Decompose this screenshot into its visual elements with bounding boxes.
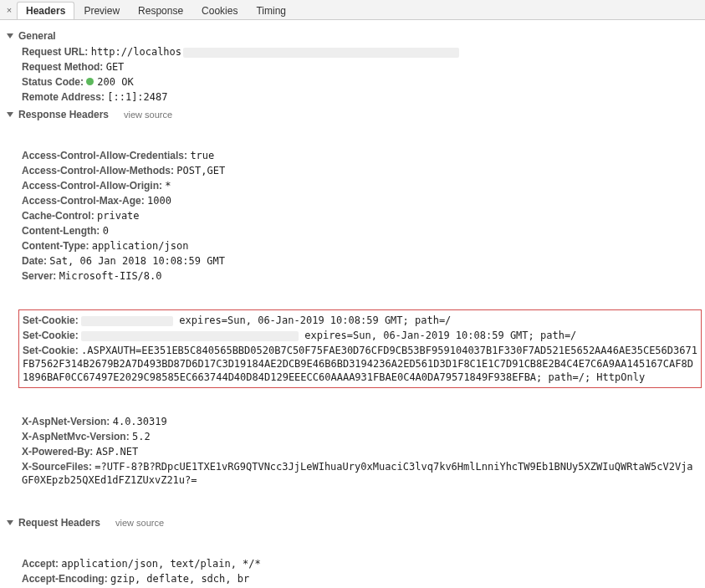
header-row: Set-Cookie: .ASPXAUTH=EE351EB5C840565BBD…	[23, 344, 697, 384]
status-dot-icon	[86, 78, 94, 85]
header-row: Remote Address: [::1]:2487	[22, 90, 698, 104]
header-row: Accept-Encoding: gzip, deflate, sdch, br	[22, 572, 698, 585]
header-value: *	[165, 180, 171, 192]
header-row: Cache-Control: private	[22, 209, 698, 222]
header-value: true	[190, 150, 214, 161]
header-value: private	[97, 210, 140, 222]
header-row: Content-Type: application/json	[22, 239, 698, 253]
header-row: Set-Cookie: . expires=Sun, 06-Jan-2019 1…	[23, 314, 697, 327]
header-key: Set-Cookie:	[23, 345, 81, 356]
header-key: Server:	[22, 270, 59, 282]
header-row: Date: Sat, 06 Jan 2018 10:08:59 GMT	[22, 254, 698, 268]
header-value: 4.0.30319	[113, 416, 167, 427]
header-key: Request URL:	[22, 46, 91, 58]
header-value: POST,GET	[176, 165, 225, 176]
header-row: Accept: application/json, text/plain, */…	[22, 557, 698, 570]
header-row: Set-Cookie: . expires=Sun, 06-Jan-2019 1…	[23, 329, 697, 342]
chevron-down-icon	[7, 33, 13, 38]
header-key: Date:	[22, 255, 49, 267]
header-key: X-SourceFiles:	[22, 461, 95, 473]
header-value: application/json	[92, 240, 189, 252]
tab-timing[interactable]: Timing	[247, 2, 295, 19]
view-source-link[interactable]: view source	[115, 518, 164, 528]
header-key: Cache-Control:	[22, 210, 97, 222]
header-key: Request Method:	[22, 61, 106, 73]
close-icon[interactable]: ×	[3, 4, 15, 16]
section-label: Request Headers	[18, 517, 100, 529]
header-key: X-AspNetMvc-Version:	[22, 431, 132, 442]
header-key: Access-Control-Allow-Methods:	[22, 165, 176, 176]
header-key: X-Powered-By:	[22, 446, 96, 458]
header-value: [::1]:2487	[107, 91, 167, 103]
header-value: 200 OK	[97, 76, 133, 88]
tab-preview[interactable]: Preview	[74, 2, 129, 19]
header-key: Status Code:	[22, 76, 86, 88]
header-key: Access-Control-Allow-Credentials:	[22, 150, 190, 161]
header-value: Sat, 06 Jan 2018 10:08:59 GMT	[49, 255, 225, 267]
chevron-down-icon	[7, 112, 13, 117]
header-row: Access-Control-Max-Age: 1000	[22, 194, 698, 207]
header-key: Content-Length:	[22, 225, 103, 237]
header-value: ASP.NET	[96, 446, 139, 458]
highlight-box-response: Set-Cookie: . expires=Sun, 06-Jan-2019 1…	[18, 309, 702, 388]
header-row: X-SourceFiles: =?UTF-8?B?RDpcUE1TXE1vRG9…	[22, 460, 698, 487]
view-source-link[interactable]: view source	[124, 110, 172, 120]
header-value: 1000	[147, 195, 171, 207]
header-key: Accept:	[22, 558, 61, 570]
header-value: gzip, deflate, sdch, br	[110, 573, 249, 585]
response-rows: Access-Control-Allow-Credentials: trueAc…	[7, 124, 698, 512]
section-label: Response Headers	[18, 109, 109, 120]
header-row: Request Method: GET	[22, 60, 698, 74]
redacted-value: .	[183, 48, 459, 58]
header-row: Access-Control-Allow-Methods: POST,GET	[22, 164, 698, 177]
header-row: Access-Control-Allow-Origin: *	[22, 179, 698, 192]
redacted-value: .	[81, 316, 173, 326]
header-value: .ASPXAUTH=EE351EB5C840565BBD0520B7C50F75…	[23, 345, 697, 383]
header-row: Request URL: http://localhos.	[22, 45, 698, 59]
header-value: application/json, text/plain, */*	[61, 558, 260, 570]
header-value: http://localhos	[91, 46, 181, 58]
header-key: Set-Cookie:	[23, 330, 81, 341]
tab-response[interactable]: Response	[129, 2, 192, 19]
header-value: 5.2	[132, 431, 151, 442]
header-row: X-AspNetMvc-Version: 5.2	[22, 430, 698, 443]
panel-content: General Request URL: http://localhos.Req…	[0, 20, 705, 588]
section-response-title[interactable]: Response Headers view source	[7, 109, 698, 120]
header-row: Access-Control-Allow-Credentials: true	[22, 149, 698, 162]
chevron-down-icon	[7, 520, 13, 525]
header-row: Content-Length: 0	[22, 224, 698, 238]
tabbar: × HeadersPreviewResponseCookiesTiming	[0, 0, 705, 20]
header-row: X-AspNet-Version: 4.0.30319	[22, 415, 698, 428]
header-row: Server: Microsoft-IIS/8.0	[22, 269, 698, 283]
header-value: Microsoft-IIS/8.0	[59, 270, 162, 282]
redacted-value: .	[81, 331, 299, 341]
section-label: General	[18, 30, 56, 42]
general-rows: Request URL: http://localhos.Request Met…	[7, 45, 698, 104]
section-general-title[interactable]: General	[7, 30, 698, 42]
tab-headers[interactable]: Headers	[17, 2, 74, 19]
header-row: Status Code: 200 OK	[22, 75, 698, 89]
header-value: =?UTF-8?B?RDpcUE1TXE1vRG9QTVNcc3JjLeWIhu…	[22, 461, 693, 486]
request-rows: Accept: application/json, text/plain, */…	[7, 532, 698, 588]
header-value: expires=Sun, 06-Jan-2019 10:08:59 GMT; p…	[299, 330, 576, 341]
header-key: Remote Address:	[22, 91, 107, 103]
header-row: X-Powered-By: ASP.NET	[22, 445, 698, 458]
header-value: expires=Sun, 06-Jan-2019 10:08:59 GMT; p…	[173, 314, 451, 326]
header-key: Accept-Encoding:	[22, 573, 110, 585]
header-key: Access-Control-Allow-Origin:	[22, 180, 165, 192]
tab-cookies[interactable]: Cookies	[192, 2, 247, 19]
header-key: Content-Type:	[22, 240, 92, 252]
section-request-title[interactable]: Request Headers view source	[7, 517, 698, 529]
header-value: GET	[106, 61, 125, 73]
header-key: Set-Cookie:	[23, 314, 81, 326]
header-key: X-AspNet-Version:	[22, 416, 113, 427]
header-key: Access-Control-Max-Age:	[22, 195, 147, 207]
header-value: 0	[103, 225, 109, 237]
